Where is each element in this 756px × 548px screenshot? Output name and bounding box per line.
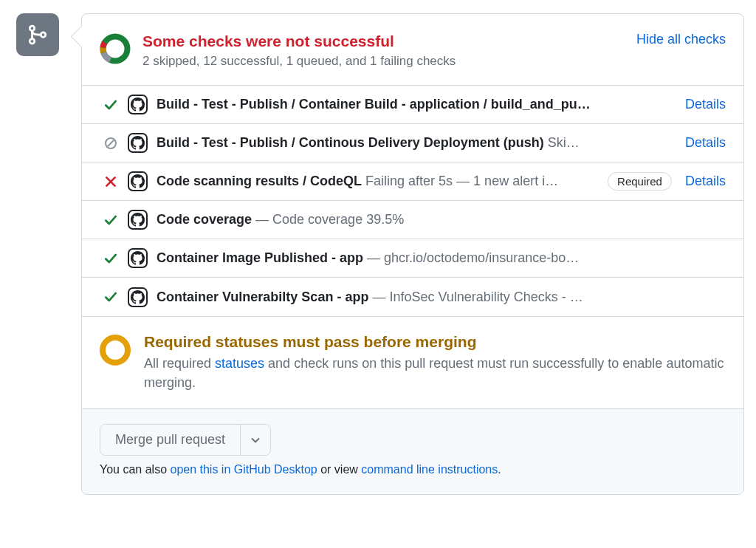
check-details-link[interactable]: Details — [685, 135, 726, 151]
pending-ring-icon — [100, 335, 131, 366]
merge-pull-request-button[interactable]: Merge pull request — [100, 425, 241, 455]
merge-status-badge — [16, 13, 59, 56]
github-avatar-icon — [128, 133, 148, 153]
merge-footer: Merge pull request You can also open thi… — [82, 408, 743, 494]
github-avatar-icon — [128, 95, 148, 114]
skipped-icon — [103, 137, 119, 150]
merge-footer-note: You can also open this in GitHub Desktop… — [100, 463, 726, 476]
statuses-link[interactable]: statuses — [215, 356, 264, 371]
checks-summary-title: Some checks were not successful — [142, 32, 626, 51]
check-text: Code coverage — Code coverage 39.5% — [157, 212, 726, 227]
check-meta: — ghcr.io/octodemo/insurance-bo… — [363, 250, 579, 265]
check-name: Build - Test - Publish / Continous Deliv… — [157, 135, 544, 150]
git-merge-icon — [27, 24, 49, 46]
footer-note-post: . — [498, 463, 501, 476]
check-row: Container Image Published - app — ghcr.i… — [82, 239, 743, 278]
hide-all-checks-link[interactable]: Hide all checks — [636, 32, 726, 47]
check-name: Code coverage — [157, 212, 252, 227]
success-check-icon — [103, 213, 119, 227]
success-check-icon — [103, 290, 119, 304]
check-text: Container Vulnerabilty Scan - app — Info… — [157, 290, 726, 305]
github-avatar-icon — [128, 210, 148, 230]
check-details-link[interactable]: Details — [685, 97, 726, 112]
required-statuses-section: Required statuses must pass before mergi… — [82, 316, 743, 408]
check-meta: — Code coverage 39.5% — [252, 212, 404, 227]
check-text: Container Image Published - app — ghcr.i… — [157, 250, 726, 266]
check-row: Build - Test - Publish / Continous Deliv… — [82, 124, 743, 162]
footer-note-pre: You can also — [100, 463, 170, 476]
check-meta: Ski… — [544, 135, 580, 150]
svg-point-1 — [30, 39, 35, 44]
check-text: Build - Test - Publish / Continous Deliv… — [157, 135, 672, 151]
check-name: Container Image Published - app — [157, 250, 363, 265]
check-meta: Failing after 5s — 1 new alert i… — [362, 174, 558, 188]
svg-point-2 — [41, 32, 46, 38]
success-check-icon — [103, 98, 119, 112]
check-row: Code scanning results / CodeQL Failing a… — [82, 162, 743, 201]
checks-donut-icon — [100, 33, 131, 64]
check-row: Container Vulnerabilty Scan - app — Info… — [82, 278, 743, 316]
command-line-link[interactable]: command line instructions — [361, 463, 498, 476]
check-row: Code coverage — Code coverage 39.5% — [82, 201, 743, 239]
github-avatar-icon — [128, 171, 148, 191]
check-name: Build - Test - Publish / Container Build… — [157, 97, 591, 112]
check-text: Code scanning results / CodeQL Failing a… — [157, 174, 600, 189]
checks-summary-subtitle: 2 skipped, 12 successful, 1 queued, and … — [142, 54, 626, 69]
checks-panel: Some checks were not successful 2 skippe… — [81, 13, 744, 495]
required-statuses-body: All required statuses and check runs on … — [144, 354, 726, 392]
svg-point-0 — [30, 26, 35, 31]
check-name: Container Vulnerabilty Scan - app — [157, 290, 368, 304]
merge-button-group: Merge pull request — [100, 424, 271, 456]
open-in-desktop-link[interactable]: open this in GitHub Desktop — [170, 463, 317, 476]
check-details-link[interactable]: Details — [685, 174, 726, 189]
fail-x-icon — [103, 175, 119, 188]
check-meta: — InfoSec Vulnerability Checks - … — [368, 290, 583, 304]
chevron-down-icon — [251, 437, 260, 443]
success-check-icon — [103, 252, 119, 265]
footer-note-mid: or view — [317, 463, 362, 476]
required-pill: Required — [608, 172, 672, 191]
merge-options-dropdown[interactable] — [241, 425, 270, 455]
checks-list: Build - Test - Publish / Container Build… — [82, 85, 743, 316]
required-statuses-title: Required statuses must pass before mergi… — [144, 333, 726, 351]
github-avatar-icon — [128, 287, 148, 307]
github-avatar-icon — [128, 248, 148, 268]
check-row: Build - Test - Publish / Container Build… — [82, 86, 743, 124]
check-name: Code scanning results / CodeQL — [157, 174, 362, 188]
check-text: Build - Test - Publish / Container Build… — [157, 97, 672, 112]
required-statuses-pre: All required — [144, 356, 215, 371]
checks-summary-header: Some checks were not successful 2 skippe… — [82, 14, 743, 85]
